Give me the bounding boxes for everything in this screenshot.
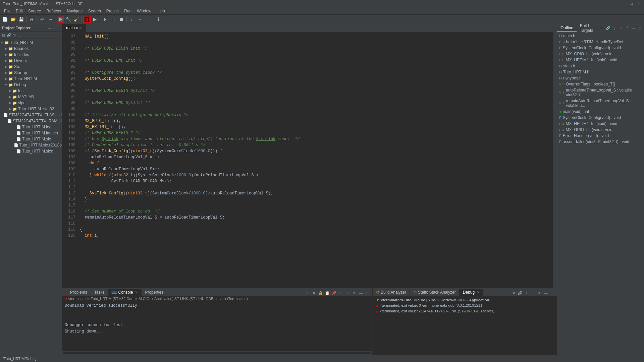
close-button[interactable]: ✕ — [637, 1, 641, 6]
tab-outline[interactable]: Outline — [557, 24, 577, 32]
outline-item-tuto-hrtim-h[interactable]: H Tuto_HRTIM.h — [557, 69, 644, 75]
outline-item-autoreload[interactable]: V S autoReloadTimerLoopVal_S : volatile … — [557, 87, 644, 98]
build-item-2[interactable]: ■ <terminated, exit value: -2147418112>S… — [375, 308, 555, 314]
pe-min-btn[interactable]: — — [47, 25, 52, 31]
tab-static-stack[interactable]: ⚙ Static Stack Analyzer — [410, 289, 460, 296]
outline-item-main-h[interactable]: H main.h — [557, 33, 644, 39]
menu-navigate[interactable]: Navigate — [64, 8, 85, 14]
suspend-button[interactable]: ⏸ — [110, 16, 117, 23]
tree-item-ram-ld[interactable]: 📄 STM32G474RETX_RAM.ld — [0, 118, 62, 124]
console-up-btn[interactable]: ↑ — [338, 290, 343, 296]
outline-item-hrtim1[interactable]: H S hrtim1 : HRTIM_HandleTypeDef — [557, 39, 644, 45]
build-clear-btn[interactable]: ✕ — [511, 290, 517, 296]
outline-sort-btn[interactable]: ↕ — [612, 25, 617, 31]
step-return-button[interactable]: ↑ — [144, 16, 152, 23]
outline-item-sysclock[interactable]: F SystemClock_Config(void) : void — [557, 45, 644, 51]
tab-tasks[interactable]: Tasks — [91, 289, 108, 296]
build-down-btn[interactable]: ↓ — [530, 290, 536, 296]
minimize-button[interactable]: — — [622, 1, 627, 6]
tree-item-slprj[interactable]: ▶ 📁 slprj — [0, 100, 62, 106]
outline-item-remain[interactable]: V S remainAutoReloadTimerLoopVal_S : vol… — [557, 98, 644, 109]
menu-window[interactable]: Window — [134, 8, 154, 14]
terminate-button[interactable]: ⏹ — [118, 16, 125, 23]
tab-debug-close[interactable]: ✕ — [477, 291, 480, 294]
menu-source[interactable]: Source — [25, 8, 44, 14]
console-stop-btn[interactable]: ⏹ — [311, 290, 317, 296]
menu-refactor[interactable]: Refactor — [44, 8, 64, 14]
tree-item-slx[interactable]: 📄 Tuto_HRTIM.slx — [0, 136, 62, 142]
outline-item-overrun[interactable]: V S OverrunFlags : boolean_T[] — [557, 81, 644, 87]
resume-button[interactable]: ⏵ — [102, 16, 109, 23]
outline-item-error-handler[interactable]: F Error_Handler(void) : void — [557, 133, 644, 139]
tree-item-tuto-stm32[interactable]: ▶ 📁 Tuto_HRTIM_stm32 — [0, 106, 62, 112]
tree-item-slxc[interactable]: 📄 Tuto_HRTIM.slxc — [0, 148, 62, 154]
build-min-btn[interactable]: — — [543, 290, 548, 296]
menu-help[interactable]: Help — [154, 8, 168, 14]
save-button[interactable]: 💾 — [17, 16, 25, 23]
maximize-button[interactable]: □ — [629, 1, 634, 6]
menu-search[interactable]: Search — [86, 8, 104, 14]
outline-max-btn[interactable]: □ — [637, 25, 643, 31]
console-scroll-lock-btn[interactable]: 🔒 — [318, 290, 323, 296]
open-button[interactable]: 📂 — [9, 16, 17, 23]
debug-button[interactable] — [57, 16, 64, 23]
console-hscrollbar[interactable] — [63, 352, 371, 354]
tree-item-startup[interactable]: ▶ 📁 Startup — [0, 70, 62, 76]
console-max-btn[interactable]: □ — [365, 290, 370, 296]
tree-item-inc[interactable]: ▶ 📁 Inc — [0, 88, 62, 94]
tab-properties[interactable]: Properties — [142, 289, 167, 296]
outline-link-btn[interactable]: 🔗 — [605, 25, 611, 31]
build-link-btn[interactable]: 🔗 — [518, 290, 523, 296]
pe-collapse-btn[interactable]: ⊟ — [1, 33, 6, 38]
tab-debug-panel[interactable]: Debug ✕ — [460, 289, 483, 296]
tree-item-binaries[interactable]: ▶ 📁 Binaries — [0, 46, 62, 52]
outline-item-main[interactable]: ● main(void) : int — [557, 109, 644, 115]
console-view-menu-btn[interactable]: ▾ — [352, 290, 357, 296]
tab-build-analyzer[interactable]: ⚙ Build Analyzer — [373, 289, 410, 296]
stop-button[interactable] — [83, 16, 91, 23]
console-copy-btn[interactable]: 📋 — [325, 290, 330, 296]
step-over-button[interactable]: → — [136, 16, 144, 23]
outline-hide-btn[interactable]: ○ — [618, 25, 624, 31]
pe-max-btn[interactable]: □ — [53, 25, 58, 31]
code-content[interactable]: HAL_Init(); /* USER CODE BEGIN Init */ /… — [77, 32, 553, 288]
menu-run[interactable]: Run — [121, 8, 134, 14]
build-max-btn[interactable]: □ — [549, 290, 555, 296]
tab-console[interactable]: ⌨ Console ✕ — [108, 289, 142, 296]
new-button[interactable]: 📄 — [1, 16, 9, 23]
tree-item-matlab[interactable]: ▶ 📁 MATLAB — [0, 94, 62, 100]
editor-scrollbar[interactable] — [553, 32, 557, 288]
tree-item-src[interactable]: ▶ 📁 Src — [0, 64, 62, 70]
tree-item-launch[interactable]: 📄 Tuto_HRTIM.launch — [0, 130, 62, 136]
tree-item-slx-r2018b[interactable]: 📄 Tuto_HRTIM.slx.r2018b — [0, 142, 62, 148]
tree-item-includes[interactable]: ▶ 📁 Includes — [0, 52, 62, 58]
tree-item-debug[interactable]: ▼ 📁 Debug — [0, 82, 62, 88]
outline-item-mx-hrtim2[interactable]: F S MX_HRTIM1_Init(void) : void — [557, 121, 644, 127]
build-button[interactable]: 🔨 — [65, 16, 72, 23]
console-down-btn[interactable]: ↓ — [345, 290, 350, 296]
build-item-1[interactable]: ■ <terminated, exit value: 0>arm-none-ea… — [375, 303, 555, 308]
console-paste-btn[interactable]: 📌 — [331, 290, 337, 296]
menu-project[interactable]: Project — [104, 8, 121, 14]
outline-collapse-btn[interactable]: ⊟ — [599, 25, 604, 31]
tab-problems[interactable]: ⚠ Problems — [62, 289, 91, 296]
outline-item-assert-failed[interactable]: F assert_failed(uint8_t*, uint32_t) : vo… — [557, 139, 644, 145]
outline-item-stdio[interactable]: H stdio.h — [557, 63, 644, 69]
help-button[interactable]: ℹ — [155, 16, 162, 23]
tree-item-tuto-hrtim-sub[interactable]: ▶ 📁 Tuto_HRTIM — [0, 76, 62, 82]
console-min-btn[interactable]: — — [358, 290, 364, 296]
tree-item-flash-ld[interactable]: 📄 STM32G474RETX_FLASH.ld — [0, 112, 62, 118]
editor-tab-main-c[interactable]: main.c ✕ — [62, 24, 86, 32]
pe-link-btn[interactable]: 🔗 — [6, 33, 12, 38]
outline-item-mx-gpio[interactable]: F S MX_GPIO_Init(void) : void — [557, 51, 644, 57]
tab-console-close[interactable]: ✕ — [135, 291, 138, 294]
menu-file[interactable]: File — [1, 8, 13, 14]
tab-close-icon[interactable]: ✕ — [79, 26, 82, 30]
outline-item-rtwtypes[interactable]: H rtwtypes.h — [557, 75, 644, 81]
step-into-button[interactable]: ↓ — [128, 16, 136, 23]
menu-edit[interactable]: Edit — [13, 8, 25, 14]
build-up-btn[interactable]: ↑ — [524, 290, 529, 296]
build-view-btn[interactable]: ▾ — [537, 290, 542, 296]
outline-item-mx-hrtim[interactable]: F S MX_HRTIM1_Init(void) : void — [557, 57, 644, 63]
clean-button[interactable]: 🧹 — [73, 16, 80, 23]
